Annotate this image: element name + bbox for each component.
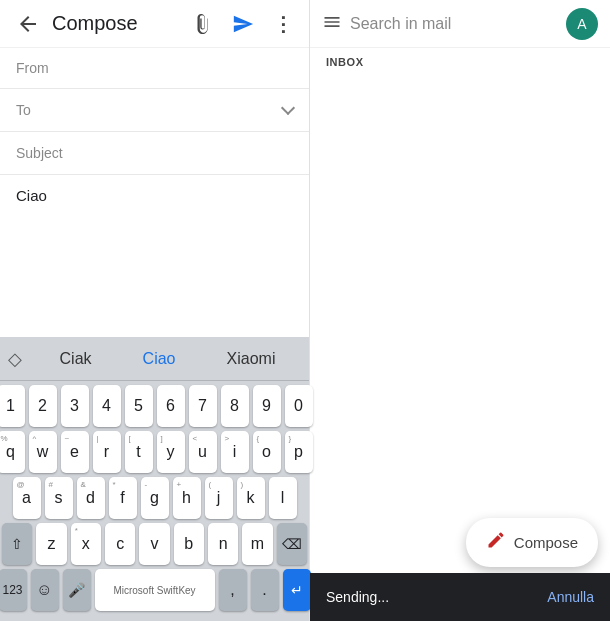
to-label: To [16, 102, 76, 118]
key-v[interactable]: v [139, 523, 169, 565]
compose-fab-label: Compose [514, 534, 578, 551]
suggestions-list: Ciak Ciao Xiaomi [34, 346, 301, 372]
suggestion-0[interactable]: Ciak [48, 346, 104, 372]
emoji-key[interactable]: ☺ [31, 569, 59, 611]
suggestion-1[interactable]: Ciao [131, 346, 188, 372]
shift-key[interactable]: ⇧ [2, 523, 32, 565]
enter-key[interactable]: ↵ [283, 569, 311, 611]
key-9[interactable]: 9 [253, 385, 281, 427]
back-button[interactable] [8, 4, 48, 44]
key-7[interactable]: 7 [189, 385, 217, 427]
key-g[interactable]: -g [141, 477, 169, 519]
key-j[interactable]: (j [205, 477, 233, 519]
search-input[interactable]: Search in mail [350, 15, 558, 33]
key-y[interactable]: ]y [157, 431, 185, 473]
key-r[interactable]: |r [93, 431, 121, 473]
more-options-button[interactable]: ⋮ [265, 6, 301, 42]
key-o[interactable]: {o [253, 431, 281, 473]
compose-title: Compose [52, 12, 185, 35]
key-z[interactable]: z [36, 523, 66, 565]
from-field: From [0, 48, 309, 89]
attachment-button[interactable] [185, 6, 221, 42]
send-button[interactable] [225, 6, 261, 42]
sending-bar: Sending... Annulla [310, 573, 610, 621]
sending-text: Sending... [326, 589, 547, 605]
key-row-qwerty: %q ^w ~e |r [t ]y <u >i {o }p [2, 431, 307, 473]
key-k[interactable]: )k [237, 477, 265, 519]
expand-icon[interactable] [283, 101, 293, 119]
annulla-button[interactable]: Annulla [547, 589, 594, 605]
key-l[interactable]: l [269, 477, 297, 519]
suggestion-2[interactable]: Xiaomi [215, 346, 288, 372]
key-w[interactable]: ^w [29, 431, 57, 473]
key-n[interactable]: n [208, 523, 238, 565]
key-m[interactable]: m [242, 523, 272, 565]
to-field[interactable]: To [0, 89, 309, 132]
key-0[interactable]: 0 [285, 385, 313, 427]
key-h[interactable]: +h [173, 477, 201, 519]
key-e[interactable]: ~e [61, 431, 89, 473]
keyboard: ◇ Ciak Ciao Xiaomi 1 2 3 4 5 6 7 8 [0, 337, 309, 621]
key-1[interactable]: 1 [0, 385, 25, 427]
key-row-zxcv: ⇧ z *x c v b n m ⌫ [2, 523, 307, 565]
key-8[interactable]: 8 [221, 385, 249, 427]
suggestions-row: ◇ Ciak Ciao Xiaomi [0, 337, 309, 381]
from-label: From [16, 60, 76, 76]
key-x[interactable]: *x [71, 523, 101, 565]
key-d[interactable]: &d [77, 477, 105, 519]
backspace-key[interactable]: ⌫ [277, 523, 307, 565]
subject-field[interactable]: Subject [0, 132, 309, 175]
compose-panel: Compose ⋮ From [0, 0, 310, 621]
key-i[interactable]: >i [221, 431, 249, 473]
key-6[interactable]: 6 [157, 385, 185, 427]
key-row-numbers: 1 2 3 4 5 6 7 8 9 0 [2, 385, 307, 427]
space-key[interactable]: Microsoft SwiftKey [95, 569, 215, 611]
body-area[interactable]: Ciao [0, 175, 309, 337]
keys-grid: 1 2 3 4 5 6 7 8 9 0 %q ^w ~e |r [0, 381, 309, 621]
subject-placeholder: Subject [16, 145, 63, 161]
compose-fab-icon [486, 530, 506, 555]
key-p[interactable]: }p [285, 431, 313, 473]
period-key[interactable]: , [219, 569, 247, 611]
key-s[interactable]: #s [45, 477, 73, 519]
avatar[interactable]: A [566, 8, 598, 40]
inbox-panel: Search in mail A INBOX Compose Sending..… [310, 0, 610, 621]
suggestions-expand[interactable]: ◇ [8, 348, 22, 370]
compose-toolbar: Compose ⋮ [0, 0, 309, 48]
key-f[interactable]: *f [109, 477, 137, 519]
key-u[interactable]: <u [189, 431, 217, 473]
key-4[interactable]: 4 [93, 385, 121, 427]
search-bar: Search in mail A [310, 0, 610, 48]
key-t[interactable]: [t [125, 431, 153, 473]
inbox-label: INBOX [310, 48, 610, 76]
key-5[interactable]: 5 [125, 385, 153, 427]
key-c[interactable]: c [105, 523, 135, 565]
toolbar-icons: ⋮ [185, 6, 301, 42]
mic-key[interactable]: 🎤 [63, 569, 91, 611]
body-text: Ciao [16, 187, 47, 204]
key-a[interactable]: @a [13, 477, 41, 519]
dot-key[interactable]: . [251, 569, 279, 611]
keyboard-bottom-row: 123 ☺ 🎤 Microsoft SwiftKey , . ↵ [2, 569, 307, 617]
key-q[interactable]: %q [0, 431, 25, 473]
key-row-asdf: @a #s &d *f -g +h (j )k l [2, 477, 307, 519]
compose-fab[interactable]: Compose [466, 518, 598, 567]
key-3[interactable]: 3 [61, 385, 89, 427]
hamburger-icon[interactable] [322, 12, 342, 36]
key-b[interactable]: b [174, 523, 204, 565]
number-mode-key[interactable]: 123 [0, 569, 27, 611]
key-2[interactable]: 2 [29, 385, 57, 427]
